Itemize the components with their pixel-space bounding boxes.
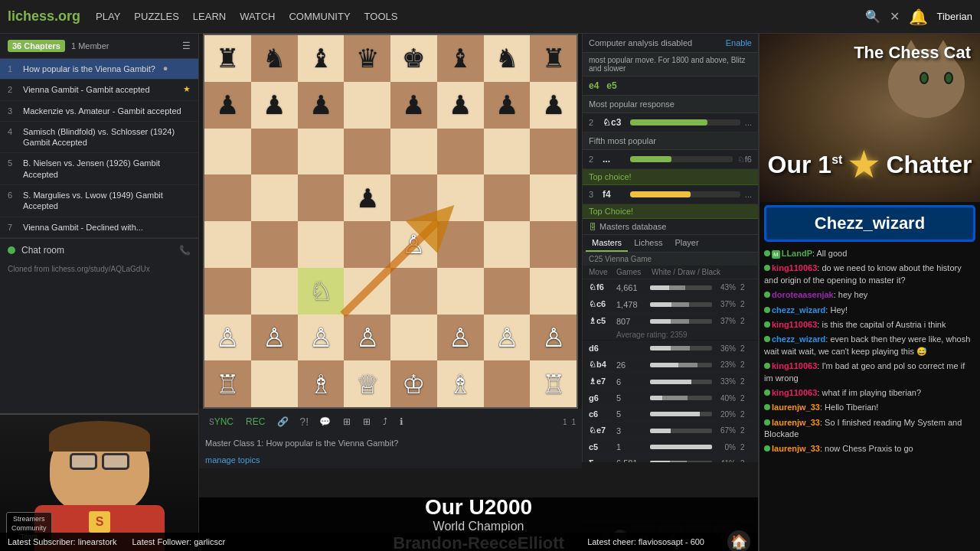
nav-learn[interactable]: LEARN xyxy=(193,11,226,22)
db-table-row[interactable]: ♗e7 6 33% 2 xyxy=(583,373,758,390)
board-square[interactable] xyxy=(204,174,251,221)
db-table-row[interactable]: ♗c5 807 37% 2 xyxy=(583,313,758,330)
board-square[interactable]: ♟ xyxy=(298,82,345,129)
share-icon[interactable]: ⤴ xyxy=(379,414,391,429)
board-square[interactable] xyxy=(530,129,577,175)
tab-lichess[interactable]: Lichess xyxy=(628,235,668,252)
board-square[interactable] xyxy=(437,174,484,221)
board-square[interactable] xyxy=(390,174,437,221)
chess-board[interactable]: ♜♞♝♛♚♝♞♜♟♟♟♟♟♟♟♟♙♘♙♙♙♙♙♙♙♖♗♕♔♗♖ xyxy=(203,34,578,409)
menu-icon[interactable]: ☰ xyxy=(182,41,191,51)
board-square[interactable] xyxy=(484,360,531,407)
board-square[interactable] xyxy=(251,221,298,268)
board-square[interactable] xyxy=(298,129,345,175)
manage-topics-link[interactable]: manage topics xyxy=(199,452,582,468)
board-square[interactable]: ♟ xyxy=(530,82,577,129)
board-square[interactable]: ♙ xyxy=(298,315,345,361)
close-icon[interactable]: ✕ xyxy=(890,9,900,24)
board-square[interactable] xyxy=(390,129,437,175)
tab-player[interactable]: Player xyxy=(668,235,704,252)
chapter-item-5[interactable]: 5 B. Nielsen vs. Jensen (1926) Gambit Ac… xyxy=(0,153,198,185)
board-square[interactable] xyxy=(484,129,531,175)
board-square[interactable]: ♛ xyxy=(344,35,390,82)
db-table-row[interactable]: c6 5 20% 2 xyxy=(583,406,758,422)
move-e5[interactable]: e5 xyxy=(606,80,616,91)
nav-play[interactable]: PLAY xyxy=(96,11,120,22)
board-square[interactable] xyxy=(484,268,531,315)
chapter-item-7[interactable]: 7 Vienna Gambit - Declined with... xyxy=(0,217,198,238)
board-square[interactable]: ♞ xyxy=(484,35,531,82)
board-square[interactable]: ♟ xyxy=(204,82,251,129)
question-mark[interactable]: ?! xyxy=(297,413,311,430)
board-square[interactable]: ♙ xyxy=(437,315,484,361)
board-square[interactable] xyxy=(484,221,531,268)
db-table-row[interactable]: ♘f6 4,661 43% 2 xyxy=(583,279,758,296)
chapter-item-2[interactable]: 2 Vienna Gambit - Gambit accepted ★ xyxy=(0,80,198,100)
db-table-row[interactable]: d6 36% 2 xyxy=(583,341,758,357)
diagram-icon[interactable]: ⊞ xyxy=(339,414,354,429)
nav-community[interactable]: COMMUNITY xyxy=(289,11,350,22)
board-square[interactable]: ♙ xyxy=(204,315,251,361)
db-table-row[interactable]: g6 5 40% 2 xyxy=(583,390,758,406)
username[interactable]: Tiberian xyxy=(937,11,972,22)
chapter-item-4[interactable]: 4 Samisch (Blindfold) vs. Schlosser (192… xyxy=(0,122,198,154)
nav-puzzles[interactable]: PUZZLES xyxy=(134,11,179,22)
rec-btn[interactable]: REC xyxy=(242,414,269,429)
board-square[interactable] xyxy=(437,268,484,315)
board-square[interactable] xyxy=(437,221,484,268)
nav-tools[interactable]: TOOLS xyxy=(364,11,398,22)
board-square[interactable]: ♝ xyxy=(437,35,484,82)
board-square[interactable]: ♙ xyxy=(530,315,577,361)
board-square[interactable] xyxy=(484,174,531,221)
info-icon[interactable]: ℹ xyxy=(396,414,407,429)
db-table-row[interactable]: Σ 6,581 41% 2 xyxy=(583,455,758,462)
move-e4[interactable]: e4 xyxy=(589,80,599,91)
search-icon[interactable]: 🔍 xyxy=(865,9,880,24)
chain-icon[interactable]: 🔗 xyxy=(273,414,292,429)
board-square[interactable]: ♜ xyxy=(204,35,251,82)
board-square[interactable]: ♟ xyxy=(484,82,531,129)
board-square[interactable]: ♗ xyxy=(437,360,484,407)
board-square[interactable] xyxy=(344,82,390,129)
board-square[interactable]: ♟ xyxy=(390,82,437,129)
board-square[interactable] xyxy=(251,129,298,175)
board-square[interactable] xyxy=(344,221,390,268)
top-choice-row[interactable]: 3 f4 ... xyxy=(583,185,758,204)
board-square[interactable]: ♟ xyxy=(344,174,390,221)
board-square[interactable] xyxy=(298,221,345,268)
board-square[interactable]: ♖ xyxy=(530,360,577,407)
board-square[interactable] xyxy=(437,129,484,175)
board-square[interactable]: ♖ xyxy=(204,360,251,407)
board-square[interactable]: ♙ xyxy=(344,315,390,361)
chapter-item-3[interactable]: 3 Mackenzie vs. Amateur - Gambit accepte… xyxy=(0,101,198,122)
board-square[interactable]: ♕ xyxy=(344,360,390,407)
home-icon[interactable]: 🏠 xyxy=(727,530,750,551)
grid-icon[interactable]: ⊞ xyxy=(359,414,374,429)
db-table-row[interactable]: ♘e7 3 67% 2 xyxy=(583,422,758,439)
board-square[interactable] xyxy=(251,360,298,407)
board-square[interactable] xyxy=(204,129,251,175)
response-nc3-row[interactable]: 2 ♘c3 ... xyxy=(583,113,758,132)
board-square[interactable] xyxy=(344,268,390,315)
sync-btn[interactable]: SYNC xyxy=(205,414,237,429)
board-square[interactable]: ♟ xyxy=(251,82,298,129)
board-square[interactable] xyxy=(390,315,437,361)
board-square[interactable]: ♙ xyxy=(390,221,437,268)
board-square[interactable]: ♔ xyxy=(390,360,437,407)
board-square[interactable] xyxy=(298,174,345,221)
board-square[interactable] xyxy=(344,129,390,175)
notification-icon[interactable]: 🔔 xyxy=(909,8,928,26)
db-table-row[interactable]: ♘c6 1,478 37% 2 xyxy=(583,296,758,313)
site-logo[interactable]: lichess.org xyxy=(8,8,80,24)
board-square[interactable] xyxy=(204,221,251,268)
board-square[interactable]: ♚ xyxy=(390,35,437,82)
board-square[interactable] xyxy=(390,268,437,315)
board-square[interactable]: ♞ xyxy=(251,35,298,82)
tab-masters[interactable]: Masters xyxy=(586,235,628,252)
board-square[interactable] xyxy=(530,174,577,221)
chapter-item-1[interactable]: 1 How popular is the Vienna Gambit? ● xyxy=(0,59,198,80)
board-square[interactable]: ♝ xyxy=(298,35,345,82)
board-square[interactable]: ♗ xyxy=(298,360,345,407)
board-square[interactable] xyxy=(204,268,251,315)
fifth-nf6-row[interactable]: 2 ... ♘f6 xyxy=(583,150,758,169)
